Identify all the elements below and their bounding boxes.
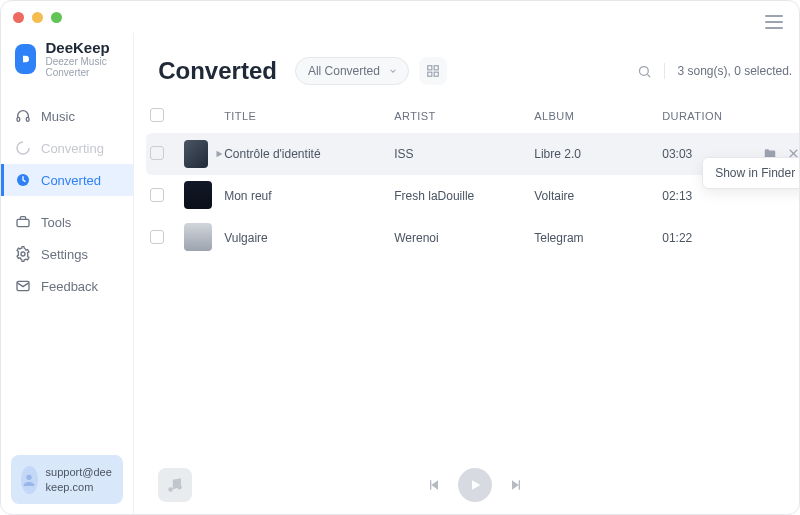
album-art: [184, 223, 212, 251]
maximize-window-button[interactable]: [51, 12, 62, 23]
queue-button[interactable]: [158, 468, 192, 502]
search-button[interactable]: [637, 64, 652, 79]
skip-forward-icon: [508, 477, 524, 493]
tracks-table: TITLE ARTIST ALBUM DURATION Contrôle d'i…: [134, 95, 800, 259]
sidebar-item-label: Converted: [41, 173, 101, 188]
skip-back-icon: [426, 477, 442, 493]
row-checkbox[interactable]: [150, 230, 164, 244]
page-title: Converted: [158, 57, 277, 85]
svg-rect-9: [434, 66, 438, 70]
svg-rect-2: [26, 117, 29, 121]
sidebar-nav: Music Converting Converted Tools: [1, 94, 133, 308]
track-duration: 01:22: [662, 231, 752, 245]
sidebar-item-label: Converting: [41, 141, 104, 156]
track-title: Contrôle d'identité: [224, 147, 394, 161]
filter-select-value: All Converted: [308, 64, 380, 78]
main-header: Converted All Converted 3 song(s), 0 sel…: [134, 33, 800, 95]
grid-view-button[interactable]: [419, 57, 447, 85]
sidebar-item-feedback[interactable]: Feedback: [1, 270, 133, 302]
col-album: ALBUM: [534, 110, 662, 122]
search-icon: [637, 64, 652, 79]
track-artist: ISS: [394, 147, 534, 161]
play-icon: [468, 478, 482, 492]
table-header: TITLE ARTIST ALBUM DURATION: [146, 99, 800, 133]
toolbox-icon: [15, 214, 31, 230]
sidebar-item-label: Feedback: [41, 279, 98, 294]
headphones-icon: [15, 108, 31, 124]
player-bar: [134, 456, 800, 514]
row-checkbox[interactable]: [150, 188, 164, 202]
sidebar-item-label: Settings: [41, 247, 88, 262]
app-name: DeeKeep: [46, 39, 120, 56]
col-title: TITLE: [224, 110, 394, 122]
svg-rect-4: [17, 219, 29, 226]
grid-icon: [426, 64, 440, 78]
svg-rect-1: [17, 117, 20, 121]
sidebar-item-tools[interactable]: Tools: [1, 206, 133, 238]
spinner-icon: [15, 140, 31, 156]
app-logo-icon: [15, 44, 36, 74]
divider: [664, 63, 665, 79]
col-duration: DURATION: [662, 110, 752, 122]
row-checkbox[interactable]: [150, 146, 164, 160]
sidebar-item-label: Tools: [41, 215, 71, 230]
selection-status: 3 song(s), 0 selected.: [677, 64, 792, 78]
play-button[interactable]: [458, 468, 492, 502]
brand: DeeKeep Deezer Music Converter: [1, 33, 133, 94]
sidebar-item-converted[interactable]: Converted: [1, 164, 133, 196]
menu-button[interactable]: [765, 15, 783, 29]
chevron-down-icon: [388, 66, 398, 76]
close-window-button[interactable]: [13, 12, 24, 23]
mail-icon: [15, 278, 31, 294]
support-email: support@deekeep.com: [46, 465, 114, 494]
track-artist: Werenoi: [394, 231, 534, 245]
support-card[interactable]: support@deekeep.com: [11, 455, 123, 504]
filter-select[interactable]: All Converted: [295, 57, 409, 85]
window-controls: [13, 12, 62, 23]
previous-button[interactable]: [426, 477, 442, 493]
track-artist: Fresh laDouille: [394, 189, 534, 203]
tooltip: Show in Finder: [702, 157, 800, 189]
sidebar-item-settings[interactable]: Settings: [1, 238, 133, 270]
track-album: Voltaire: [534, 189, 662, 203]
sidebar-item-music[interactable]: Music: [1, 100, 133, 132]
play-icon: [214, 149, 224, 159]
album-art: [184, 181, 212, 209]
avatar-icon: [21, 466, 38, 494]
svg-point-7: [27, 474, 32, 479]
svg-rect-8: [428, 66, 432, 70]
sidebar: DeeKeep Deezer Music Converter Music Con…: [1, 33, 134, 514]
gear-icon: [15, 246, 31, 262]
svg-rect-11: [434, 72, 438, 76]
track-duration: 02:13: [662, 189, 752, 203]
select-all-checkbox[interactable]: [150, 108, 164, 122]
track-title: Mon reuf: [224, 189, 394, 203]
clock-icon: [15, 172, 31, 188]
track-title: Vulgaire: [224, 231, 394, 245]
transport-controls: [426, 468, 524, 502]
sidebar-item-label: Music: [41, 109, 75, 124]
album-art: [184, 140, 208, 168]
track-album: Libre 2.0: [534, 147, 662, 161]
minimize-window-button[interactable]: [32, 12, 43, 23]
track-album: Telegram: [534, 231, 662, 245]
music-note-icon: [166, 476, 184, 494]
app-subtitle: Deezer Music Converter: [46, 56, 120, 78]
next-button[interactable]: [508, 477, 524, 493]
table-row[interactable]: Vulgaire Werenoi Telegram 01:22: [146, 217, 800, 259]
main-content: Converted All Converted 3 song(s), 0 sel…: [134, 33, 800, 514]
window-titlebar: [1, 1, 799, 33]
sidebar-item-converting[interactable]: Converting: [1, 132, 133, 164]
svg-rect-10: [428, 72, 432, 76]
svg-point-5: [21, 252, 25, 256]
svg-point-13: [177, 485, 182, 490]
svg-point-12: [640, 66, 649, 75]
col-artist: ARTIST: [394, 110, 534, 122]
